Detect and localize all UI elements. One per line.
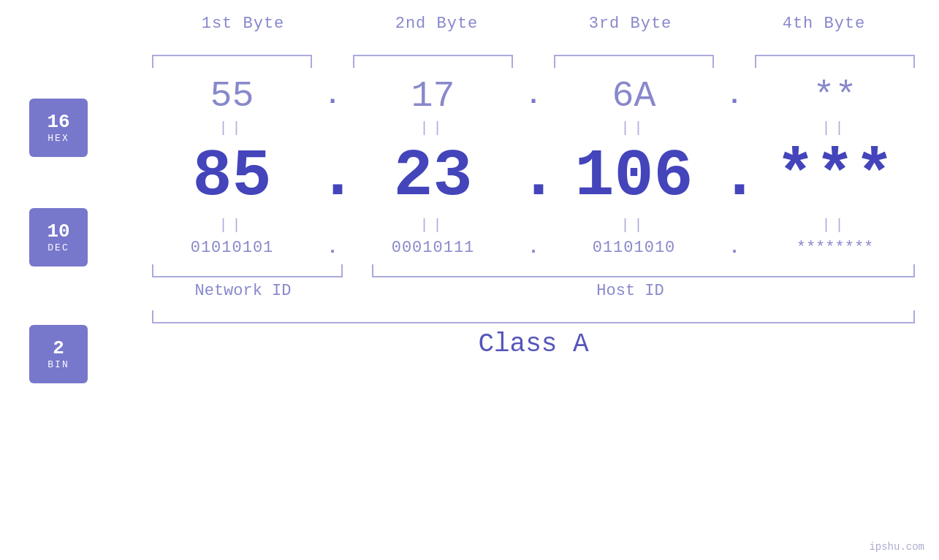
hex-dot-1: .	[318, 81, 347, 111]
hex-dot-3: .	[720, 81, 749, 111]
bin-badge-num: 2	[53, 338, 64, 359]
hex-row: 55 . 17 . 6A . **	[146, 75, 921, 117]
hex-b3: 6A	[548, 75, 720, 117]
dec-b2: 23	[347, 139, 519, 214]
bin-row: 01010101 . 00010111 . 01101010 . *******…	[146, 237, 921, 258]
hex-b2: 17	[347, 75, 519, 117]
id-labels-row: Network ID Host ID	[146, 282, 921, 300]
dec-dot-3: .	[720, 139, 749, 214]
hex-badge-num: 16	[47, 112, 69, 133]
byte1-header: 1st Byte	[146, 15, 340, 33]
hex-b4: **	[749, 75, 921, 117]
class-label: Class A	[146, 329, 921, 359]
equals-row-2: || || || ||	[146, 217, 921, 234]
top-bracket-2	[353, 55, 513, 68]
dec-badge-num: 10	[47, 221, 69, 242]
dec-dot-2: .	[519, 139, 548, 214]
eq2-b1: ||	[146, 217, 318, 234]
host-id-label: Host ID	[340, 282, 921, 300]
top-bracket	[146, 55, 921, 68]
eq1-b2: ||	[347, 120, 519, 137]
eq2-b2: ||	[347, 217, 519, 234]
eq1-b4: ||	[749, 120, 921, 137]
dec-badge-name: DEC	[47, 242, 69, 253]
network-bracket	[152, 264, 343, 277]
eq2-b4: ||	[749, 217, 921, 234]
eq2-b3: ||	[548, 217, 720, 234]
eq2-dot2	[519, 217, 548, 234]
eq2-dot3	[720, 217, 749, 234]
top-bracket-3	[554, 55, 714, 68]
bracket-gap-1	[349, 264, 372, 277]
bin-b4: ********	[749, 239, 921, 257]
eq1-dot1	[318, 120, 347, 137]
eq2-dot1	[318, 217, 347, 234]
dec-row: 85 . 23 . 106 . ***	[146, 139, 921, 214]
dec-dot-1: .	[318, 139, 347, 214]
bin-dot-3: .	[720, 237, 749, 258]
host-bracket	[372, 264, 915, 277]
hex-b1: 55	[146, 75, 318, 117]
dec-b4: ***	[749, 139, 921, 214]
bin-badge: 2 BIN	[29, 325, 88, 383]
eq1-dot2	[519, 120, 548, 137]
bin-dot-1: .	[318, 237, 347, 258]
dec-b3: 106	[548, 139, 720, 214]
byte-headers: 1st Byte 2nd Byte 3rd Byte 4th Byte	[146, 15, 921, 33]
bottom-brackets	[146, 264, 921, 277]
bin-badge-name: BIN	[47, 359, 69, 370]
bin-dot-2: .	[519, 237, 548, 258]
equals-row-1: || || || ||	[146, 120, 921, 137]
network-id-label: Network ID	[146, 282, 340, 300]
bin-b3: 01101010	[548, 239, 720, 257]
byte4-header: 4th Byte	[727, 15, 921, 33]
main-container: 1st Byte 2nd Byte 3rd Byte 4th Byte 16 H…	[0, 0, 939, 560]
class-bracket	[152, 310, 915, 323]
watermark: ipshu.com	[869, 541, 924, 553]
top-bracket-1	[152, 55, 312, 68]
bin-b2: 00010111	[347, 239, 519, 257]
eq1-dot3	[720, 120, 749, 137]
byte2-header: 2nd Byte	[340, 15, 533, 33]
eq1-b1: ||	[146, 120, 318, 137]
rows-area: 55 . 17 . 6A . ** || || || ||	[146, 55, 921, 359]
bin-b1: 01010101	[146, 239, 318, 257]
byte3-header: 3rd Byte	[533, 15, 727, 33]
eq1-b3: ||	[548, 120, 720, 137]
hex-badge-name: HEX	[47, 133, 69, 144]
hex-badge: 16 HEX	[29, 99, 88, 157]
top-bracket-4	[755, 55, 915, 68]
dec-b1: 85	[146, 139, 318, 214]
dec-badge: 10 DEC	[29, 208, 88, 266]
hex-dot-2: .	[519, 81, 548, 111]
